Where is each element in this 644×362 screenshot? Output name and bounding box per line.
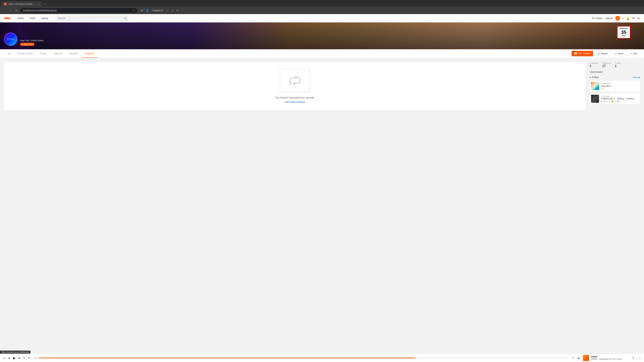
like-meta-2: ▶ 595 ♥ 65 🔁 14 💬 3 <box>601 100 639 102</box>
svg-rect-2 <box>4 18 5 19</box>
like-thumb-1 <box>591 82 599 90</box>
profile-banner: SPEED LIMIT 35 MILES CITYWALK New York, … <box>0 22 644 49</box>
tab-close-button[interactable]: × <box>38 3 39 5</box>
tab-playlists[interactable]: Playlists <box>66 49 82 58</box>
share-icon: ↗ <box>615 52 617 55</box>
forward-button[interactable]: → <box>8 8 13 13</box>
address-box[interactable]: soundcloud.com/a24beaba/reposts ☆ <box>20 8 138 13</box>
profile-banner-content: CITYWALK New York, United States ★ NEXT … <box>0 32 48 46</box>
more-options-icon[interactable]: ••• <box>637 17 640 20</box>
like-count-1: 1 <box>603 88 604 90</box>
reload-button[interactable]: ↻ <box>14 8 19 13</box>
followers-label: Followers <box>590 62 598 64</box>
svg-rect-9 <box>10 18 10 19</box>
following-value: 17 <box>602 64 611 68</box>
share-button[interactable]: ↗ Share <box>612 51 626 56</box>
messages-icon[interactable]: ✉ <box>632 16 634 20</box>
insights-label: Your Insights <box>578 52 590 55</box>
like-thumbnail-image-2 <box>591 95 599 103</box>
back-button[interactable]: ← <box>2 8 7 13</box>
soundcloud-logo[interactable] <box>4 16 11 20</box>
browser-tab-bar: S Listen to Moodjoy's favorite m... × + <box>0 0 644 7</box>
nav-library[interactable]: Library <box>38 15 51 21</box>
browser-tab-active[interactable]: S Listen to Moodjoy's favorite m... × <box>1 1 42 7</box>
comment-count-2: 3 <box>620 100 621 102</box>
like-item-2[interactable]: codecast CODECAST X - Theony - Unrelen..… <box>590 93 640 104</box>
comment-icon-2: 💬 <box>617 100 619 102</box>
for-artists-link[interactable]: For Artists <box>592 17 602 19</box>
profile-location: New York, United States <box>20 39 44 42</box>
heart-icon: ♥ <box>590 76 591 79</box>
like-info-1: A24beaba Your Mix 1 ♥ 1 <box>601 82 639 90</box>
following-stat: Following 17 <box>602 62 611 68</box>
empty-reposts-message: You haven't reposted any sounds. <box>11 96 579 99</box>
profile-info: New York, United States ★ NEXT PRO <box>20 39 44 46</box>
main-nav: Home Feed Library <box>15 15 51 21</box>
tab-favicon: S <box>4 3 7 5</box>
nav-feed[interactable]: Feed <box>27 15 38 21</box>
tab-popular-tracks[interactable]: Popular tracks <box>14 49 36 58</box>
main-content: You haven't reposted any sounds. Learn a… <box>0 58 644 125</box>
tracks-label: Tracks <box>615 62 621 64</box>
sidebar-bio: I love music! <box>590 70 640 73</box>
close-button[interactable]: ✕ <box>176 8 179 13</box>
svg-text:S: S <box>5 3 6 5</box>
content-area: You haven't reposted any sounds. Learn a… <box>4 62 586 121</box>
tab-all[interactable]: All <box>4 49 14 58</box>
svg-rect-5 <box>6 17 7 19</box>
like-artist-1: A24beaba <box>601 82 639 85</box>
notifications-bell-icon[interactable]: 🔔 <box>626 16 630 20</box>
profile-avatar[interactable]: CITYWALK <box>4 32 18 46</box>
svg-rect-3 <box>5 17 6 19</box>
like-artist-2: codecast <box>601 95 639 97</box>
speed-limit-label: SPEED LIMIT <box>620 28 628 29</box>
share-label: Share <box>618 52 624 55</box>
incognito-badge[interactable]: Incognito (2) <box>151 9 164 12</box>
speed-limit-number: 35 <box>620 29 628 35</box>
following-label: Following <box>602 62 611 64</box>
tab-albums[interactable]: Albums <box>50 49 66 58</box>
view-all-link[interactable]: View all <box>632 76 640 79</box>
restore-button[interactable]: ◻ <box>171 8 174 13</box>
tracks-stat: Tracks 1 <box>615 62 621 68</box>
edit-icon: ✏ <box>630 52 632 55</box>
bookmark-button[interactable]: ☆ <box>133 9 135 12</box>
like-title-1: Your Mix 1 <box>601 85 639 87</box>
tab-tracks[interactable]: Tracks <box>36 49 50 58</box>
upload-link[interactable]: Upload <box>605 17 613 19</box>
avatar-dropdown-icon[interactable]: ▾ <box>623 17 624 19</box>
search-input[interactable] <box>55 15 129 21</box>
heart-icon-2: ♥ <box>607 100 608 102</box>
like-count-2: 65 <box>608 100 611 102</box>
header-actions: For Artists Upload ▾ 🔔 ✉ ••• <box>592 16 640 21</box>
svg-rect-7 <box>8 17 9 19</box>
likes-title: ♥ 9 likes <box>590 76 599 79</box>
speed-unit-label: MILES <box>620 35 628 37</box>
empty-reposts-panel: You haven't reposted any sounds. Learn a… <box>4 62 586 110</box>
likes-count: 9 likes <box>592 76 599 79</box>
learn-about-reposts-link[interactable]: Learn about reposts <box>284 100 306 103</box>
repost-empty-icon <box>280 69 310 92</box>
edit-button[interactable]: ✏ Edit <box>628 51 640 56</box>
next-pro-star: ★ <box>22 43 23 45</box>
browser-address-bar: ← → ↻ soundcloud.com/a24beaba/reposts ☆ … <box>0 7 644 14</box>
next-pro-badge: ★ NEXT PRO <box>20 43 34 46</box>
insights-button[interactable]: 📊 Your Insights <box>572 51 593 56</box>
heart-small-icon: ♥ <box>601 88 602 90</box>
repost-count-2: 14 <box>614 100 616 102</box>
station-button[interactable]: 📡 Station <box>594 51 610 56</box>
user-avatar[interactable] <box>615 16 620 21</box>
minimize-button[interactable]: — <box>165 8 170 12</box>
browser-actions: ⊞ 👤 Incognito (2) — ◻ ✕ <box>140 8 179 13</box>
nav-home[interactable]: Home <box>15 15 26 21</box>
next-pro-label: NEXT PRO <box>24 43 33 45</box>
profile-nav-actions: 📊 Your Insights 📡 Station ↗ Share ✏ Edit <box>572 51 640 56</box>
svg-rect-8 <box>9 18 10 19</box>
tab-reposts[interactable]: Reposts <box>82 49 98 58</box>
extensions-button[interactable]: ⊞ <box>140 8 144 13</box>
svg-rect-6 <box>8 17 8 19</box>
new-tab-button[interactable]: + <box>43 2 48 6</box>
like-item-1[interactable]: A24beaba Your Mix 1 ♥ 1 <box>590 81 640 91</box>
profile-button[interactable]: 👤 <box>145 8 150 13</box>
search-button[interactable]: 🔍 <box>124 17 127 19</box>
